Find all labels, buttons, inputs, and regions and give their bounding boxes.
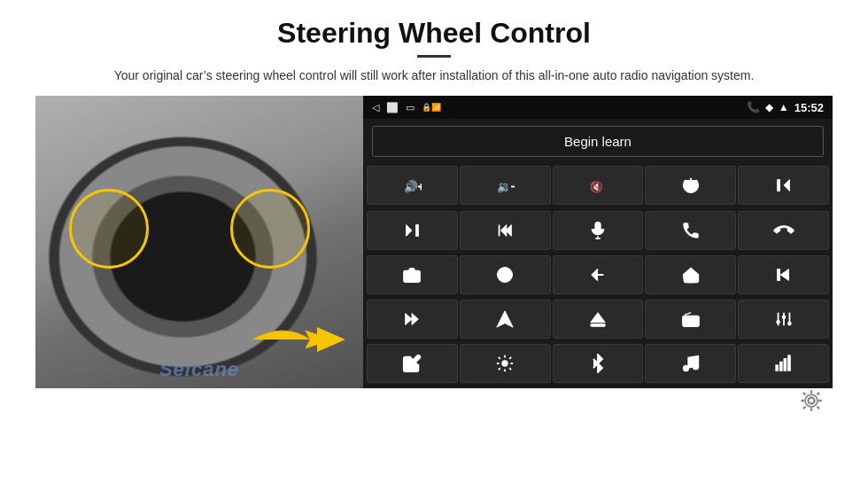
navigate-button[interactable] [460,300,551,339]
svg-rect-19 [777,269,779,280]
back-button[interactable] [553,255,644,294]
prev-track-button[interactable] [738,166,829,205]
power-button[interactable] [645,166,736,205]
svg-point-45 [809,398,815,404]
notification-icon: 🔒📶 [422,103,441,112]
svg-point-39 [684,366,689,371]
svg-rect-5 [777,180,779,191]
svg-text:360°: 360° [501,277,510,282]
bluetooth-button[interactable] [553,344,644,383]
recents-nav-icon: ▭ [406,102,415,113]
svg-rect-44 [787,355,790,371]
svg-point-38 [502,361,508,366]
title-section: Steering Wheel Control Your original car… [35,16,833,85]
svg-rect-27 [684,318,690,320]
svg-marker-20 [406,314,412,325]
time-display: 15:52 [794,101,824,114]
begin-learn-button[interactable]: Begin learn [372,126,824,157]
svg-rect-24 [591,324,606,326]
home-button[interactable] [645,255,736,294]
prev-seek-button[interactable] [460,211,551,250]
radio-button[interactable] [645,300,736,339]
svg-point-40 [694,364,699,370]
skip-prev-button[interactable] [738,255,829,294]
svg-point-26 [693,318,698,324]
camera-button[interactable] [367,255,458,294]
home-nav-icon: ⬜ [386,102,399,113]
svg-point-46 [805,394,818,407]
svg-rect-42 [779,362,782,371]
eject-button[interactable] [553,300,644,339]
mic-button[interactable] [553,211,644,250]
sound-bars-button[interactable] [738,344,829,383]
pen-button[interactable] [367,344,458,383]
content-area: Seicane ◁ ⬜ ▭ 🔒📶 📞 ◆ ▲ 15:52 [35,96,833,388]
svg-line-28 [684,313,690,316]
svg-marker-6 [407,224,412,236]
svg-point-13 [409,273,415,278]
status-bar: ◁ ⬜ ▭ 🔒📶 📞 ◆ ▲ 15:52 [363,96,833,119]
svg-marker-23 [591,313,606,323]
svg-rect-41 [775,365,778,371]
highlight-circle-left [69,189,149,269]
360-view-button[interactable]: 360° [460,255,551,294]
gps-icon: ◆ [765,101,773,113]
svg-marker-18 [780,269,788,280]
music-button[interactable] [645,344,736,383]
highlight-circle-right [230,189,310,269]
vol-up-button[interactable]: 🔊+ [367,166,458,205]
steering-wheel-image: Seicane [35,96,363,388]
wifi-status-icon: ▲ [779,101,789,113]
arrow-indicator [248,313,345,366]
svg-point-37 [788,323,791,325]
status-indicators: 📞 ◆ ▲ 15:52 [747,101,824,114]
next-track-button[interactable] [367,211,458,250]
svg-marker-21 [412,314,418,325]
back-nav-icon: ◁ [372,102,379,113]
control-button-grid: 🔊+ 🔉− 🔇 [363,164,833,388]
seicane-watermark: Seicane [159,358,239,381]
svg-marker-0 [317,327,345,352]
svg-text:🔊+: 🔊+ [404,180,422,194]
subtitle: Your original car’s steering wheel contr… [35,66,833,85]
svg-rect-7 [416,224,419,236]
phone-button[interactable] [645,211,736,250]
svg-text:🔉−: 🔉− [497,180,515,194]
status-nav-icons: ◁ ⬜ ▭ 🔒📶 [372,102,441,113]
hangup-button[interactable] [738,211,829,250]
vol-down-button[interactable]: 🔉− [460,166,551,205]
bottom-area [35,388,833,406]
mute-button[interactable]: 🔇 [553,166,644,205]
page-title: Steering Wheel Control [35,16,833,50]
settings2-button[interactable] [460,344,551,383]
svg-marker-4 [784,180,789,191]
gear-settings-icon[interactable] [799,388,824,417]
begin-learn-row: Begin learn [363,119,833,164]
phone-status-icon: 📞 [747,101,760,113]
svg-marker-22 [497,311,513,327]
equalizer-button[interactable] [738,300,829,339]
title-divider [417,55,451,58]
fast-forward-button[interactable] [367,300,458,339]
svg-point-36 [782,316,785,318]
svg-rect-43 [784,359,787,371]
svg-point-35 [777,321,779,324]
svg-text:🔇: 🔇 [590,180,603,193]
android-panel: ◁ ⬜ ▭ 🔒📶 📞 ◆ ▲ 15:52 Begin learn [363,96,833,388]
